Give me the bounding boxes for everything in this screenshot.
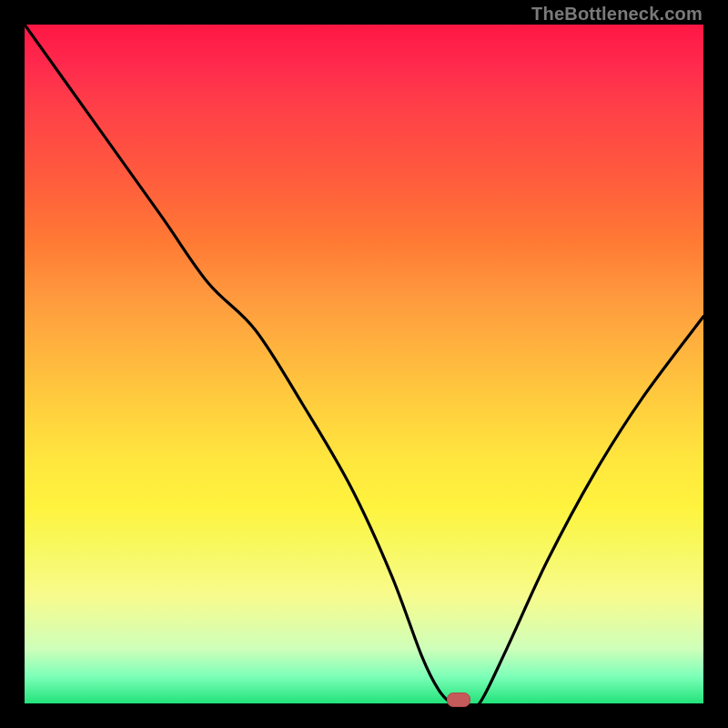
plot-frame [25,25,703,703]
attribution-text: TheBottleneck.com [531,4,703,25]
plot-gradient-background [25,25,703,703]
chart-container: TheBottleneck.com [0,0,728,728]
optimal-marker [447,693,470,707]
